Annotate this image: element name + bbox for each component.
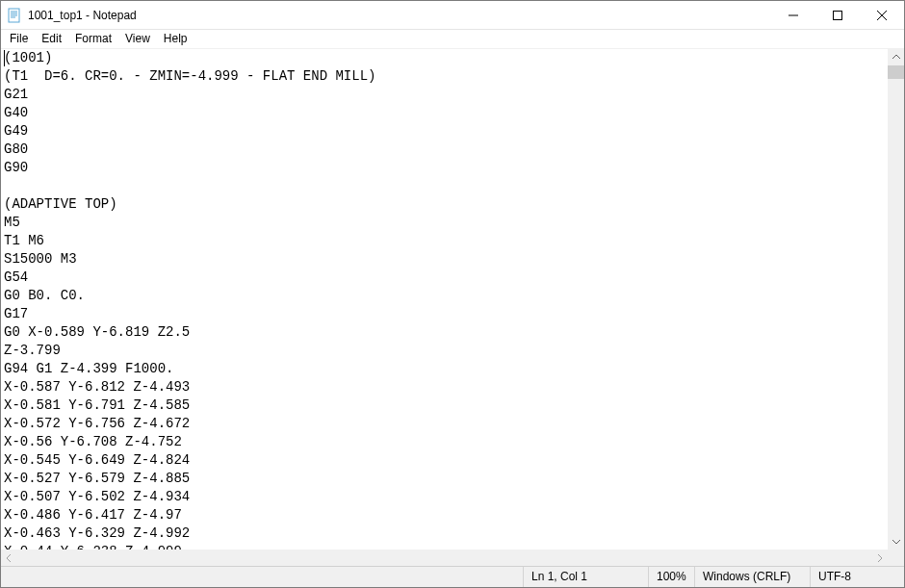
minimize-button[interactable] [771,1,815,30]
maximize-button[interactable] [815,1,860,30]
scroll-thumb[interactable] [888,65,904,79]
svg-rect-6 [834,11,842,19]
scroll-up-icon[interactable] [888,49,904,65]
menu-edit[interactable]: Edit [35,31,68,47]
scroll-down-icon[interactable] [888,533,904,550]
scroll-corner [888,550,904,566]
window-title: 1001_top1 - Notepad [28,9,771,22]
window-controls [771,1,904,30]
vertical-scrollbar[interactable] [888,49,904,550]
statusbar: Ln 1, Col 1 100% Windows (CRLF) UTF-8 [1,566,904,587]
scroll-right-icon[interactable] [871,550,888,566]
close-button[interactable] [860,1,904,30]
status-zoom: 100% [648,567,694,587]
editor-area: (1001) (T1 D=6. CR=0. - ZMIN=-4.999 - FL… [1,48,904,550]
status-spacer [1,567,523,587]
scroll-left-icon[interactable] [1,550,17,566]
horizontal-scrollbar[interactable] [1,550,888,566]
text-content[interactable]: (1001) (T1 D=6. CR=0. - ZMIN=-4.999 - FL… [1,49,888,550]
menubar: File Edit Format View Help [1,30,904,48]
status-encoding: UTF-8 [810,567,904,587]
notepad-window: 1001_top1 - Notepad File Edit Format Vie… [0,0,905,588]
menu-help[interactable]: Help [157,31,194,47]
titlebar[interactable]: 1001_top1 - Notepad [1,1,904,30]
menu-view[interactable]: View [118,31,157,47]
hscroll-track[interactable] [17,550,871,566]
app-icon [7,8,22,23]
hscroll-row [1,550,904,566]
menu-format[interactable]: Format [68,31,118,47]
status-line-ending: Windows (CRLF) [694,567,810,587]
menu-file[interactable]: File [3,31,35,47]
status-position: Ln 1, Col 1 [523,567,648,587]
